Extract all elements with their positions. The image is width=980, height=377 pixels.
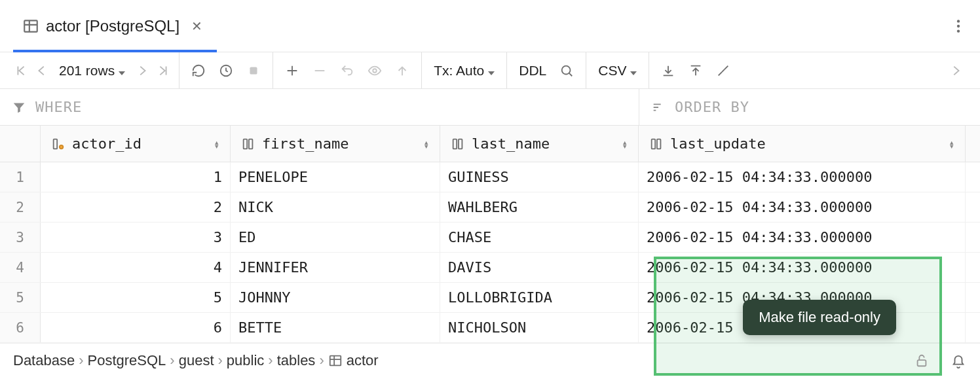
remove-row-button[interactable]: [306, 57, 333, 84]
cell-last-name[interactable]: LOLLOBRIGIDA: [440, 283, 639, 312]
sort-icon: ▴▾: [949, 140, 954, 148]
table-row[interactable]: 1 1 PENELOPE GUINESS 2006-02-15 04:34:33…: [0, 162, 980, 192]
svg-point-7: [562, 65, 571, 74]
svg-rect-8: [54, 139, 58, 149]
cell-actor-id[interactable]: 6: [41, 313, 231, 342]
cell-actor-id[interactable]: 4: [41, 253, 231, 282]
chevron-down-icon: [488, 63, 495, 79]
tab-close-button[interactable]: ✕: [186, 16, 208, 37]
table-row[interactable]: 2 2 NICK WAHLBERG 2006-02-15 04:34:33.00…: [0, 192, 980, 223]
cell-actor-id[interactable]: 2: [41, 192, 231, 222]
crumb-item[interactable]: Database: [13, 352, 75, 369]
svg-rect-10: [244, 139, 248, 149]
table-row[interactable]: 3 3 ED CHASE 2006-02-15 04:34:33.000000: [0, 223, 980, 253]
row-number: 1: [0, 162, 41, 192]
cell-actor-id[interactable]: 1: [41, 162, 231, 192]
first-page-button[interactable]: [10, 57, 31, 84]
tx-mode-label: Tx: Auto: [434, 63, 484, 79]
cell-last-update[interactable]: 2006-02-15 04:34:33.000000: [639, 162, 966, 192]
next-page-button[interactable]: [132, 57, 153, 84]
upload-button[interactable]: [682, 57, 709, 84]
svg-point-3: [957, 29, 960, 32]
sort-icon: ▴▾: [424, 140, 429, 148]
bell-icon[interactable]: [951, 355, 966, 369]
sort-icon: [651, 100, 666, 115]
svg-point-2: [957, 24, 960, 27]
svg-rect-5: [250, 67, 257, 74]
cell-last-name[interactable]: GUINESS: [440, 162, 639, 192]
tab-actor[interactable]: actor [PostgreSQL] ✕: [13, 0, 217, 52]
cell-first-name[interactable]: BETTE: [231, 313, 440, 342]
cell-last-update[interactable]: 2006-02-15 04:34:33.000000: [639, 192, 966, 222]
table-row[interactable]: 4 4 JENNIFER DAVIS 2006-02-15 04:34:33.0…: [0, 253, 980, 283]
svg-rect-11: [249, 139, 253, 149]
cell-first-name[interactable]: JOHNNY: [231, 283, 440, 312]
csv-dropdown[interactable]: CSV: [592, 57, 643, 84]
export-group: CSV: [586, 52, 649, 88]
cell-actor-id[interactable]: 5: [41, 283, 231, 312]
col-label: actor_id: [72, 135, 141, 152]
search-button[interactable]: [553, 57, 580, 84]
row-number: 6: [0, 313, 41, 342]
col-last-name[interactable]: last_name ▴▾: [440, 126, 639, 162]
cell-last-name[interactable]: DAVIS: [440, 253, 639, 282]
submit-button[interactable]: [388, 57, 416, 84]
cell-last-update[interactable]: 2006-02-15 04:34:33.000000: [639, 223, 966, 252]
settings-button[interactable]: [709, 57, 737, 84]
expand-button[interactable]: [942, 57, 970, 84]
cell-last-update[interactable]: 2006-02-15 04:34:33.000000: [639, 253, 966, 282]
filter-icon: [12, 100, 26, 115]
crumb-item[interactable]: actor: [347, 352, 379, 369]
col-last-update[interactable]: last_update ▴▾: [639, 126, 966, 162]
orderby-input[interactable]: ORDER BY: [639, 89, 980, 125]
lock-open-icon[interactable]: [914, 353, 929, 368]
download-button[interactable]: [654, 57, 682, 84]
cell-first-name[interactable]: ED: [231, 223, 440, 252]
row-number: 3: [0, 223, 41, 252]
prev-page-button[interactable]: [31, 57, 52, 84]
col-first-name[interactable]: first_name ▴▾: [231, 126, 440, 162]
svg-rect-16: [330, 355, 341, 365]
cell-first-name[interactable]: NICK: [231, 192, 440, 222]
svg-rect-14: [652, 139, 656, 149]
tx-mode-dropdown[interactable]: Tx: Auto: [427, 57, 501, 84]
sort-icon: ▴▾: [214, 140, 219, 148]
crumb-item[interactable]: public: [227, 352, 264, 369]
io-group: [649, 52, 742, 88]
svg-rect-17: [918, 360, 926, 366]
col-actor-id[interactable]: actor_id ▴▾: [41, 126, 231, 162]
chevron-right-icon: ›: [170, 352, 174, 369]
where-label: WHERE: [35, 99, 82, 115]
edit-group: [273, 52, 421, 88]
where-input[interactable]: WHERE: [0, 89, 639, 125]
last-page-button[interactable]: [153, 57, 174, 84]
cell-last-name[interactable]: WAHLBERG: [440, 192, 639, 222]
cell-first-name[interactable]: JENNIFER: [231, 253, 440, 282]
row-count-dropdown[interactable]: 201 rows: [52, 57, 132, 84]
cell-last-name[interactable]: CHASE: [440, 223, 639, 252]
ddl-group: DDL: [506, 52, 586, 88]
col-label: last_update: [670, 135, 766, 152]
cell-first-name[interactable]: PENELOPE: [231, 162, 440, 192]
chevron-right-icon: ›: [218, 352, 223, 369]
row-number: 4: [0, 253, 41, 282]
col-label: first_name: [262, 135, 349, 152]
crumb-item[interactable]: tables: [277, 352, 316, 369]
crumb-item[interactable]: guest: [179, 352, 214, 369]
cell-last-name[interactable]: NICHOLSON: [440, 313, 639, 342]
tab-overflow-button[interactable]: [942, 12, 975, 40]
preview-button[interactable]: [361, 57, 388, 84]
svg-point-1: [957, 20, 960, 22]
refresh-button[interactable]: [185, 57, 212, 84]
stop-button[interactable]: [240, 57, 267, 84]
svg-rect-15: [657, 139, 661, 149]
ddl-button[interactable]: DDL: [512, 57, 553, 84]
revert-button[interactable]: [333, 57, 361, 84]
crumb-item[interactable]: PostgreSQL: [88, 352, 166, 369]
cell-actor-id[interactable]: 3: [41, 223, 231, 252]
svg-rect-13: [459, 139, 462, 149]
breadcrumb: Database › PostgreSQL › guest › public ›…: [0, 343, 980, 377]
add-row-button[interactable]: [278, 57, 306, 84]
tx-group: Tx: Auto: [421, 52, 506, 88]
pending-button[interactable]: [212, 57, 240, 84]
